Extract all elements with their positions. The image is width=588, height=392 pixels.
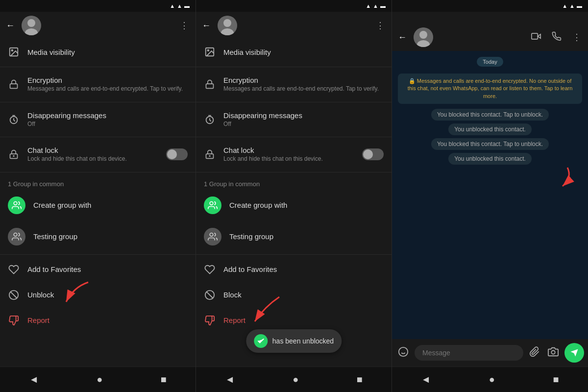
- chat-lock-toggle-2[interactable]: [362, 148, 384, 160]
- disappearing-text-2: Disappearing messages Off: [223, 111, 384, 128]
- chat-lock-sub: Lock and hide this chat on this device.: [27, 155, 158, 163]
- nav-recents-3[interactable]: ■: [543, 370, 569, 389]
- chat-lock-text-2: Chat lock Lock and hide this chat on thi…: [223, 146, 354, 163]
- unblock-title: Unblock: [27, 291, 188, 299]
- nav-back-1[interactable]: ◄: [19, 370, 49, 389]
- timer-icon-2: [204, 114, 216, 125]
- unblock-toast: has been unblocked: [246, 329, 342, 353]
- encryption-row-2[interactable]: Encryption Messages and calls are end-to…: [196, 69, 392, 100]
- divider-1: [0, 67, 196, 67]
- block-row[interactable]: Block: [196, 282, 392, 308]
- disappearing-sub-2: Off: [223, 121, 384, 128]
- avatar-2[interactable]: [218, 16, 237, 35]
- send-button[interactable]: [564, 343, 584, 363]
- encryption-sub-2: Messages and calls are end-to-end encryp…: [223, 85, 384, 93]
- wifi-icon-2: ▲: [366, 3, 371, 9]
- disappearing-row-2[interactable]: Disappearing messages Off: [196, 104, 392, 135]
- avatar-3[interactable]: [414, 27, 433, 47]
- chat-lock-text: Chat lock Lock and hide this chat on thi…: [27, 146, 158, 163]
- thumbdown-icon-1: [8, 315, 20, 326]
- emoji-icon[interactable]: [396, 344, 411, 362]
- message-input[interactable]: [415, 345, 523, 361]
- signal-icon: ▲: [177, 3, 182, 9]
- media-visibility-row-2[interactable]: Media visibility: [196, 39, 392, 65]
- header-icons-2: ⋮: [373, 18, 388, 33]
- header-2: ← ⋮: [196, 12, 392, 39]
- svg-point-18: [207, 49, 209, 51]
- svg-point-15: [223, 19, 231, 27]
- header-icons-1: ⋮: [177, 18, 192, 33]
- svg-rect-5: [10, 84, 18, 88]
- more-icon-1[interactable]: ⋮: [177, 18, 192, 33]
- status-bar-1: ▲ ▲ ▬: [0, 0, 196, 12]
- nav-home-2[interactable]: ●: [283, 370, 308, 389]
- encryption-text-2: Encryption Messages and calls are end-to…: [223, 76, 384, 93]
- testing-group-icon-2: [204, 228, 221, 245]
- attach-icon[interactable]: [527, 344, 542, 362]
- battery-icon-2: ▬: [380, 3, 386, 9]
- camera-icon[interactable]: [546, 344, 561, 362]
- media-visibility-title-2: Media visibility: [223, 48, 384, 56]
- divider-2-1: [196, 67, 392, 67]
- nav-home-1[interactable]: ●: [87, 370, 112, 389]
- block-icon: [204, 289, 216, 301]
- testing-group-title: Testing group: [33, 232, 188, 241]
- testing-group-icon: [8, 228, 25, 245]
- create-group-icon: [8, 196, 25, 214]
- panel-2: ▲ ▲ ▬ ← ⋮: [196, 0, 392, 392]
- add-favorites-title-2: Add to Favorites: [223, 265, 384, 273]
- header-1: ← ⋮: [0, 12, 196, 39]
- more-icon-2[interactable]: ⋮: [373, 18, 388, 33]
- nav-recents-1[interactable]: ■: [151, 370, 176, 389]
- testing-group-row-2[interactable]: Testing group: [196, 221, 392, 252]
- chat-lock-row[interactable]: Chat lock Lock and hide this chat on thi…: [0, 139, 196, 170]
- chat-messages: Today 🔒 Messages and calls are end-to-en…: [392, 51, 588, 339]
- encryption-row[interactable]: Encryption Messages and calls are end-to…: [0, 69, 196, 100]
- toggle-knob-2: [363, 149, 373, 159]
- create-group-row[interactable]: Create group with: [0, 190, 196, 221]
- video-call-icon[interactable]: [528, 29, 544, 46]
- back-button-3[interactable]: ←: [396, 30, 409, 45]
- add-favorites-row-1[interactable]: Add to Favorites: [0, 257, 196, 282]
- chat-lock-row-2[interactable]: Chat lock Lock and hide this chat on thi…: [196, 139, 392, 170]
- media-visibility-text-2: Media visibility: [223, 48, 384, 56]
- testing-group-row[interactable]: Testing group: [0, 221, 196, 252]
- testing-group-text-2: Testing group: [229, 232, 384, 241]
- block-title: Block: [223, 291, 384, 299]
- back-button-2[interactable]: ←: [200, 19, 213, 33]
- add-favorites-text-2: Add to Favorites: [223, 265, 384, 273]
- chat-lock-toggle-container: [166, 148, 188, 160]
- voice-call-icon[interactable]: [549, 29, 564, 46]
- lock-icon: [8, 78, 20, 90]
- create-group-icon-2: [204, 196, 221, 214]
- back-button-1[interactable]: ←: [4, 19, 17, 33]
- avatar-1[interactable]: [22, 16, 41, 35]
- svg-rect-32: [532, 33, 538, 39]
- chat-lock-icon-2: [204, 148, 216, 160]
- nav-back-3[interactable]: ◄: [411, 370, 441, 389]
- groups-section-header: 1 Group in common: [0, 174, 196, 190]
- nav-recents-2[interactable]: ■: [347, 370, 372, 389]
- nav-home-3[interactable]: ●: [479, 370, 505, 389]
- status-icons-2: ▲ ▲ ▬: [366, 3, 386, 9]
- chat-lock-toggle[interactable]: [166, 148, 188, 160]
- disappearing-row[interactable]: Disappearing messages Off: [0, 104, 196, 135]
- disappearing-sub: Off: [27, 121, 188, 128]
- create-group-row-2[interactable]: Create group with: [196, 190, 392, 221]
- media-visibility-row[interactable]: Media visibility: [0, 39, 196, 65]
- more-icon-3[interactable]: ⋮: [569, 30, 584, 45]
- heart-icon-1: [8, 264, 20, 275]
- unblock-icon: [8, 289, 20, 301]
- system-msg-1: You blocked this contact. Tap to unblock…: [431, 109, 549, 121]
- encryption-sub: Messages and calls are end-to-end encryp…: [27, 85, 188, 93]
- nav-back-2[interactable]: ◄: [215, 370, 245, 389]
- encryption-info-bubble[interactable]: 🔒 Messages and calls are end-to-end encr…: [398, 74, 582, 104]
- svg-line-12: [11, 292, 17, 298]
- status-icons-3: ▲ ▲ ▬: [562, 3, 582, 9]
- report-row-1[interactable]: Report: [0, 308, 196, 333]
- svg-point-29: [419, 31, 427, 39]
- media-icon: [8, 46, 20, 58]
- disappearing-title-2: Disappearing messages: [223, 111, 384, 120]
- unblock-row[interactable]: Unblock: [0, 282, 196, 308]
- add-favorites-row-2[interactable]: Add to Favorites: [196, 257, 392, 282]
